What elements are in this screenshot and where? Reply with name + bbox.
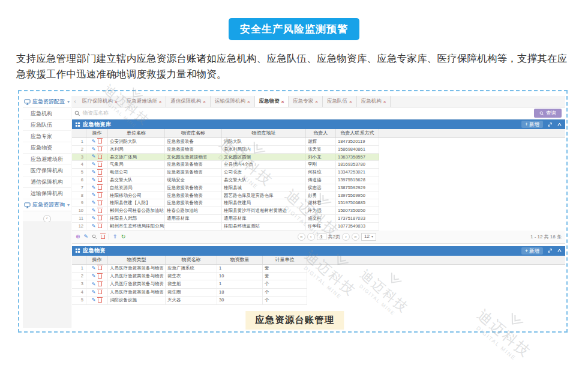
sidebar-item[interactable]: 通信保障机构	[23, 176, 71, 188]
tab[interactable]: 通信保障机构×	[166, 96, 211, 107]
first-page-button[interactable]: «	[298, 233, 305, 241]
table-row[interactable]: 10✎郴州分公司桂春公路加油站桂春公路加油站桂阳县黄沙坪街道柏树村黄塘边许为强1…	[72, 207, 379, 215]
edit-icon[interactable]: ✎	[92, 266, 96, 271]
table-row[interactable]: 5✎消防设备设施灭火器30个	[72, 297, 307, 304]
close-icon[interactable]: ×	[247, 99, 250, 104]
delete-icon[interactable]	[98, 290, 102, 294]
refresh-icon[interactable]: ↻	[121, 234, 126, 240]
sidebar-item[interactable]: 应急队伍	[23, 119, 71, 131]
edit-icon[interactable]: ✎	[92, 186, 96, 190]
delete-icon[interactable]	[98, 201, 102, 205]
edit-icon[interactable]: ✎	[92, 147, 96, 152]
edit-icon[interactable]: ✎	[92, 139, 96, 144]
collapse-up-icon[interactable]	[557, 248, 562, 253]
column-header: 操作	[86, 129, 108, 137]
delete-icon[interactable]	[98, 170, 102, 175]
sidebar-item[interactable]: 应急物资	[23, 142, 71, 154]
sidebar-collapse-button[interactable]: ‹	[23, 211, 71, 222]
table-row[interactable]: 7✎自然资源局应急救援装备物资桂阳县城侯志远13875592929	[72, 184, 379, 192]
tab[interactable]: 应急避难场所×	[122, 96, 167, 107]
sidebar-item[interactable]: 运输保障机构	[23, 188, 71, 199]
delete-icon[interactable]	[101, 235, 105, 239]
sidebar-item[interactable]: 应急避难场所	[23, 154, 71, 165]
delete-icon[interactable]	[98, 163, 102, 167]
delete-icon[interactable]	[98, 209, 102, 213]
next-page-button[interactable]: ›	[342, 233, 350, 241]
table-row[interactable]: 12✎郴州市生态环境局桂阳分局环境监测桂阳县环境监测站许华柱1877354983…	[72, 223, 379, 231]
delete-icon[interactable]	[98, 155, 102, 159]
last-page-button[interactable]: »	[352, 233, 359, 241]
delete-icon[interactable]	[98, 139, 102, 143]
page-size-select[interactable]: 12 ▾	[361, 233, 376, 241]
table-row[interactable]: 5✎电信公司应急救援装备物资公司仓库何桂琼13347253021	[72, 169, 379, 176]
tab[interactable]: 应急专家×	[289, 96, 323, 107]
delete-icon[interactable]	[98, 224, 102, 228]
tab[interactable]: 运输保障机构×	[211, 96, 255, 107]
table-row[interactable]: 4✎气象局应急救援装备物资全县境内4个点李刚18169353780	[72, 161, 379, 169]
table-row[interactable]: 11✎桂阳县人武部通用器材库通用器材库盛文科17375187033	[72, 215, 379, 223]
close-icon[interactable]: ×	[159, 99, 162, 104]
table-row[interactable]: 6✎县交警大队现场安全县交警大队傅道德13975515628	[72, 176, 379, 184]
table-row[interactable]: 2✎人员医疗急救类装备与物资救生衣10套	[72, 273, 307, 280]
table-row[interactable]: 4✎人员医疗急救类装备与物资救生圈18个	[72, 289, 307, 297]
table-row[interactable]: 1✎人员医疗急救类装备与物资应急广播系统1套	[72, 265, 307, 273]
delete-icon[interactable]	[98, 216, 102, 220]
edit-icon[interactable]: ✎	[92, 290, 96, 295]
sidebar-item[interactable]: 医疗保障机构	[23, 165, 71, 176]
expand-icon[interactable]	[547, 248, 553, 253]
tab[interactable]: 应急机构×	[357, 96, 391, 107]
search-icon[interactable]	[92, 234, 97, 240]
table-row[interactable]: 1✎公安消防大队应急救援装备消防大队谢辉18473520119	[72, 138, 379, 146]
expand-icon[interactable]	[547, 122, 553, 127]
edit-icon[interactable]: ✎	[92, 216, 96, 221]
table-row[interactable]: 2✎水利局应急救援物资县水利局院内张天资15869840861	[72, 146, 379, 154]
table-row[interactable]: 8✎桂阳移动分公司应急救援装备物资园艺路仓库及迎宾路仓库彭勇1397556995…	[72, 192, 379, 200]
close-icon[interactable]: ×	[281, 99, 284, 104]
table-row[interactable]: 9✎桂阳县住建【人防】应急救援装备物资桂阳县住建局谢林君15197506885	[72, 199, 379, 207]
edit-icon[interactable]: ✎	[92, 170, 96, 175]
page-input[interactable]: 1	[317, 233, 326, 240]
sidebar-item[interactable]: 应急机构	[23, 108, 71, 119]
edit-icon[interactable]: ✎	[92, 178, 96, 182]
prev-page-button[interactable]: ‹	[307, 233, 315, 241]
close-icon[interactable]: ×	[349, 99, 352, 104]
edit-icon[interactable]: ✎	[92, 162, 96, 167]
table-row[interactable]: 3✎人员医疗急救类装备与物资救生船1个	[72, 280, 307, 288]
delete-icon[interactable]	[98, 178, 102, 182]
tab[interactable]: 应急物资×	[255, 96, 289, 107]
edit-icon[interactable]: ✎	[92, 193, 96, 198]
edit-icon[interactable]: ✎	[92, 224, 96, 229]
delete-icon[interactable]	[98, 282, 102, 286]
sidebar-item[interactable]: 应急专家	[23, 131, 71, 142]
delete-icon[interactable]	[98, 266, 102, 270]
search-button[interactable]: 查询	[534, 109, 562, 118]
add-button[interactable]: +新增	[521, 247, 543, 255]
edit-icon[interactable]: ✎	[92, 274, 96, 279]
sidebar-group-header[interactable]: 应急资源配置▾	[23, 96, 71, 108]
collapse-up-icon[interactable]	[557, 122, 562, 127]
edit-icon[interactable]: ✎	[92, 154, 96, 159]
tab-scroll-left-icon[interactable]: ‹	[72, 96, 78, 107]
edit-icon[interactable]: ✎	[92, 208, 96, 213]
edit-icon[interactable]: ✎	[84, 234, 89, 240]
add-button[interactable]: +新增	[521, 121, 543, 128]
search-input[interactable]: 物资库名称	[83, 110, 532, 117]
delete-icon[interactable]	[98, 274, 102, 279]
table-row[interactable]: 3✎县文旅广体局文化园应急救援物资文化园区西侧刘小龙13637358557	[72, 154, 379, 161]
close-icon[interactable]: ×	[383, 99, 386, 104]
upload-icon[interactable]: ⇧	[113, 234, 118, 240]
delete-icon[interactable]	[98, 147, 102, 151]
sidebar-group-header[interactable]: 应急资源查询▾	[23, 199, 71, 211]
edit-icon[interactable]: ✎	[92, 282, 96, 287]
plus-circle-icon[interactable]: ⊕	[76, 234, 80, 240]
close-icon[interactable]: ×	[315, 99, 318, 104]
delete-icon[interactable]	[98, 186, 102, 190]
close-icon[interactable]: ×	[115, 99, 118, 104]
edit-icon[interactable]: ✎	[92, 201, 96, 205]
close-icon[interactable]: ×	[203, 99, 206, 104]
edit-icon[interactable]: ✎	[92, 298, 96, 303]
tab[interactable]: 医疗保障机构×	[78, 96, 122, 107]
delete-icon[interactable]	[98, 298, 102, 303]
tab[interactable]: 应急队伍×	[323, 96, 357, 107]
delete-icon[interactable]	[98, 193, 102, 198]
